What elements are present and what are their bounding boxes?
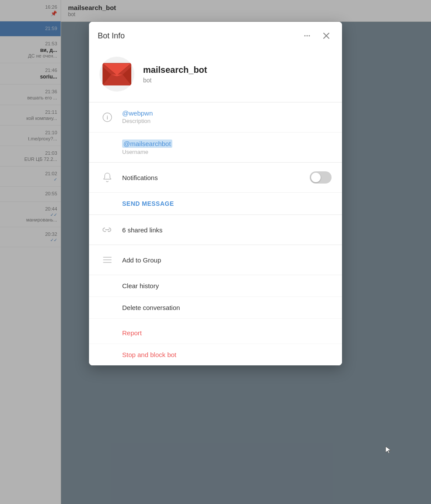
notifications-icon [99,170,115,185]
more-options-icon [303,32,311,40]
description-label: Description [122,118,332,124]
shared-links-label: 6 shared links [122,226,163,234]
shared-links-section: 6 shared links [89,215,342,245]
bot-info-modal: Bot Info [89,22,342,365]
report-label: Report [122,329,332,337]
close-icon [323,32,330,39]
toggle-knob [311,173,321,182]
svg-point-2 [309,35,310,37]
info-section: i @webpwn Description @mailsearchbot Use… [89,102,342,163]
bot-name: mailsearch_bot [143,65,207,75]
webpwn-content: @webpwn Description [122,109,332,124]
username-label: Username [122,149,332,155]
info-circle-icon: i [103,112,112,122]
username-icon-placeholder [99,140,115,155]
add-to-group-label: Add to Group [122,256,332,264]
clear-history-label: Clear history [122,282,332,289]
notifications-label: Notifications [122,174,310,181]
modal-overlay: Bot Info [0,0,431,504]
svg-text:i: i [106,114,108,121]
send-message-label: SEND MESSAGE [122,200,174,207]
send-message-button[interactable]: SEND MESSAGE [89,193,342,215]
username-row: @mailsearchbot Username [89,133,342,162]
delete-conversation-label: Delete conversation [122,304,332,311]
actions-section: Add to Group Clear history Delete conver… [89,245,342,365]
modal-header-actions [300,29,333,43]
more-options-button[interactable] [300,29,314,43]
shared-links-row[interactable]: 6 shared links [89,215,342,245]
close-button[interactable] [319,29,333,43]
stop-block-button[interactable]: Stop and block bot [89,344,342,365]
bot-avatar [99,57,134,92]
add-to-group-button[interactable]: Add to Group [122,256,332,264]
link-icon [102,226,113,234]
webpwn-value: @webpwn [122,109,332,117]
add-to-group-container: Add to Group [89,245,342,275]
username-value: @mailsearchbot [122,140,172,148]
modal-title: Bot Info [98,31,125,41]
notifications-toggle[interactable] [310,171,332,184]
add-to-group-icon-container [99,252,115,268]
svg-point-1 [307,35,308,37]
username-content: @mailsearchbot Username [122,140,332,155]
bot-avatar-image [102,62,132,86]
bell-icon [102,172,113,183]
list-icon [103,256,112,264]
notifications-section: Notifications SEND MESSAGE [89,163,342,215]
notifications-row: Notifications [89,163,342,193]
stop-block-label: Stop and block bot [122,351,332,358]
shared-links-icon [99,222,115,238]
report-button[interactable]: Report [89,322,342,344]
svg-point-0 [304,35,306,37]
delete-conversation-button[interactable]: Delete conversation [89,297,342,319]
bot-type: bot [143,77,207,84]
webpwn-row: i @webpwn Description [89,102,342,133]
info-icon: i [99,109,115,125]
modal-header: Bot Info [89,22,342,50]
clear-history-button[interactable]: Clear history [89,275,342,297]
bot-profile: mailsearch_bot bot [89,50,342,102]
bot-info: mailsearch_bot bot [143,65,207,84]
